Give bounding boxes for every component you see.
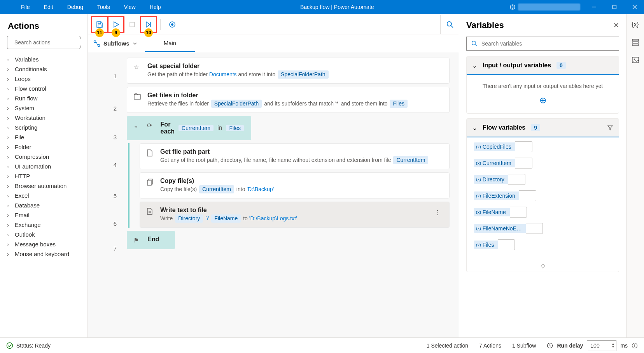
step-copy-files[interactable]: Copy file(s) Copy the file(s) CurrentIte… <box>140 172 450 198</box>
flow-variable-item[interactable]: (x) FileExtension <box>474 190 612 201</box>
flow-variable-item[interactable]: (x) CopiedFiles <box>474 141 612 152</box>
category-run-flow[interactable]: ›Run flow <box>2 93 88 103</box>
clock-icon <box>547 342 553 349</box>
category-message-boxes[interactable]: ›Message boxes <box>2 239 88 249</box>
flow-variable-item[interactable]: (x) FileName <box>474 207 612 218</box>
chevron-down-icon <box>133 41 137 46</box>
variables-search[interactable] <box>466 37 619 51</box>
success-icon <box>6 342 13 349</box>
filter-button[interactable] <box>607 125 613 131</box>
flow-variables-list: (x) CopiedFiles(x) CurrentItem(x) Direct… <box>467 137 619 260</box>
window-title: Backup flow | Power Automate <box>168 4 506 10</box>
svg-rect-24 <box>632 42 639 43</box>
svg-line-22 <box>476 45 478 47</box>
step-get-files-in-folder[interactable]: Get files in folder Retrieve the files i… <box>127 87 450 113</box>
category-variables[interactable]: ›Variables <box>2 54 88 64</box>
category-http[interactable]: ›HTTP <box>2 171 88 181</box>
tutorial-badge-step: 10 <box>144 28 153 37</box>
step-get-special-folder[interactable]: ☆ Get special folder Get the path of the… <box>127 58 450 84</box>
folder-icon <box>133 92 142 100</box>
status-subflow: 1 Subflow <box>512 342 536 349</box>
variables-search-input[interactable] <box>481 40 614 47</box>
menu-debug[interactable]: Debug <box>60 1 90 13</box>
category-system[interactable]: ›System <box>2 103 88 113</box>
category-ui-automation[interactable]: ›UI automation <box>2 162 88 171</box>
info-icon[interactable] <box>632 342 638 349</box>
step-title: Get files in folder <box>147 92 443 99</box>
svg-point-28 <box>7 342 13 348</box>
status-actions: 7 Actions <box>479 342 501 349</box>
run-delay-input[interactable]: 100 ▲▼ <box>587 340 616 351</box>
step-for-each[interactable]: ⌄ ⟳ For each CurrentItem in Files <box>127 116 251 140</box>
svg-rect-9 <box>130 22 135 27</box>
io-variables-header[interactable]: ⌄ Input / output variables 0 <box>467 56 619 75</box>
menu-file[interactable]: File <box>14 1 37 13</box>
svg-point-32 <box>634 344 635 344</box>
step-get-file-path-part[interactable]: Get file path part Get any of the root p… <box>140 143 450 169</box>
category-scripting[interactable]: ›Scripting <box>2 123 88 132</box>
add-io-variable-button[interactable]: ⊕ <box>474 95 611 105</box>
flow-variable-item[interactable]: (x) CurrentItem <box>474 158 612 169</box>
step-more-menu[interactable]: ⋮ <box>432 207 443 219</box>
tutorial-badge-run: 9 <box>112 28 120 37</box>
category-mouse-keyboard[interactable]: ›Mouse and keyboard <box>2 249 88 259</box>
toolbar: 11 9 10 <box>88 14 459 35</box>
category-flow-control[interactable]: ›Flow control <box>2 84 88 93</box>
flow-count-badge: 9 <box>531 124 540 131</box>
svg-point-13 <box>447 21 451 26</box>
minimize-button[interactable] <box>585 0 604 14</box>
environment-picker[interactable] <box>506 3 583 11</box>
category-compression[interactable]: ›Compression <box>2 152 88 162</box>
category-workstation[interactable]: ›Workstation <box>2 113 88 123</box>
step-title: Get file path part <box>160 148 443 155</box>
category-outlook[interactable]: ›Outlook <box>2 230 88 239</box>
close-panel-button[interactable]: ✕ <box>613 21 619 30</box>
category-excel[interactable]: ›Excel <box>2 191 88 200</box>
right-rail: {x} <box>626 14 644 337</box>
svg-point-27 <box>634 59 635 60</box>
tab-main[interactable]: Main <box>145 35 195 52</box>
category-file[interactable]: ›File <box>2 132 88 142</box>
flow-search-button[interactable] <box>440 15 459 34</box>
subflows-label: Subflows <box>103 40 130 47</box>
category-browser-automation[interactable]: ›Browser automation <box>2 181 88 191</box>
category-loops[interactable]: ›Loops <box>2 74 88 84</box>
menu-tools[interactable]: Tools <box>90 1 117 13</box>
chevron-down-icon: ⌄ <box>472 124 477 132</box>
actions-tree[interactable]: ›Variables ›Conditionals ›Loops ›Flow co… <box>0 53 88 337</box>
io-variables-section: ⌄ Input / output variables 0 There aren'… <box>466 56 619 114</box>
step-write-text-to-file[interactable]: Write text to file Write Directory '\' F… <box>140 202 450 228</box>
menu-help[interactable]: Help <box>143 1 168 13</box>
category-exchange[interactable]: ›Exchange <box>2 220 88 230</box>
clear-variables-button[interactable]: ◇ <box>467 260 619 272</box>
variables-heading: Variables <box>466 20 504 30</box>
rail-images-button[interactable] <box>632 56 639 64</box>
actions-search[interactable] <box>7 36 80 49</box>
category-email[interactable]: ›Email <box>2 210 88 220</box>
step-end[interactable]: ⚑ End <box>127 231 175 249</box>
svg-rect-18 <box>147 180 151 185</box>
rail-variables-button[interactable]: {x} <box>632 21 639 28</box>
record-button[interactable] <box>165 18 179 32</box>
subflows-dropdown[interactable]: Subflows <box>93 40 137 47</box>
flow-variable-item[interactable]: (x) Files <box>474 239 612 250</box>
actions-search-input[interactable] <box>14 39 82 46</box>
flag-icon: ⚑ <box>133 236 142 244</box>
category-database[interactable]: ›Database <box>2 200 88 210</box>
flow-variable-item[interactable]: (x) FileNameNoE… <box>474 223 612 234</box>
step-title: Get special folder <box>147 63 443 70</box>
flow-variable-item[interactable]: (x) Directory <box>474 174 612 185</box>
close-button[interactable] <box>625 0 644 14</box>
step-title: Write text to file <box>160 207 427 214</box>
actions-panel: Actions ›Variables ›Conditionals ›Loops … <box>0 14 88 337</box>
statusbar: Status: Ready 1 Selected action 7 Action… <box>0 337 644 353</box>
loop-icon: ⟳ <box>147 121 155 129</box>
maximize-button[interactable] <box>605 0 624 14</box>
category-folder[interactable]: ›Folder <box>2 142 88 152</box>
svg-rect-17 <box>134 95 140 99</box>
category-conditionals[interactable]: ›Conditionals <box>2 64 88 74</box>
menu-view[interactable]: View <box>117 1 143 13</box>
menu-edit[interactable]: Edit <box>37 1 60 13</box>
flow-variables-header[interactable]: ⌄ Flow variables 9 <box>467 119 619 137</box>
rail-ui-elements-button[interactable] <box>632 38 639 46</box>
